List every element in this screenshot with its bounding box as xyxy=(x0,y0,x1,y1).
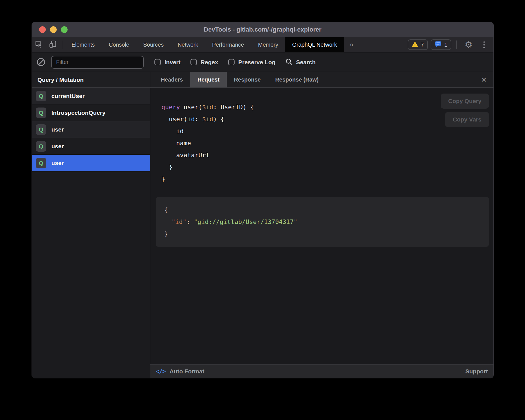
regex-label: Regex xyxy=(201,59,218,66)
query-badge-letter: Q xyxy=(39,143,43,150)
more-options-button[interactable] xyxy=(478,41,490,48)
code-token: "id" xyxy=(172,218,187,225)
code-token: query xyxy=(161,104,180,111)
code-token: : xyxy=(186,218,194,225)
code-line: } xyxy=(161,173,493,185)
code-line: id xyxy=(161,125,493,137)
copy-vars-button[interactable]: Copy Vars xyxy=(445,112,489,127)
query-list-item-user-4[interactable]: Quser xyxy=(32,155,150,171)
detail-tab-request[interactable]: Request xyxy=(190,72,227,87)
device-toolbar-icon xyxy=(49,40,57,49)
query-list-header: Query / Mutation xyxy=(32,72,150,88)
code-token: ) { xyxy=(213,116,224,123)
code-token: user( xyxy=(161,116,187,123)
preserve-log-checkbox-icon xyxy=(228,59,235,65)
message-count: 1 xyxy=(444,42,447,48)
detail-tab-response[interactable]: Response xyxy=(227,72,268,87)
query-type-badge: Q xyxy=(36,91,46,101)
devtools-tab-sources[interactable]: Sources xyxy=(136,37,171,52)
warnings-badge[interactable]: 7 xyxy=(408,39,428,50)
warning-count: 7 xyxy=(421,42,424,48)
devtools-tab-memory[interactable]: Memory xyxy=(251,37,285,52)
close-detail-button[interactable]: ✕ xyxy=(474,72,493,87)
code-token: { xyxy=(164,206,168,213)
checkbox-invert[interactable]: Invert xyxy=(154,59,180,66)
code-line: "id": "gid://gitlab/User/13704317" xyxy=(164,216,481,228)
inspect-element-button[interactable] xyxy=(32,37,46,52)
query-badge-letter: Q xyxy=(39,93,43,99)
code-line: name xyxy=(161,137,493,149)
query-badge-letter: Q xyxy=(39,109,43,116)
close-icon: ✕ xyxy=(481,76,487,84)
auto-format-button[interactable]: Auto Format xyxy=(170,368,204,375)
settings-button[interactable]: ⚙ xyxy=(462,40,476,49)
devtools-tab-performance[interactable]: Performance xyxy=(205,37,251,52)
query-item-label: user xyxy=(51,160,64,166)
detail-tab-bar: HeadersRequestResponseResponse (Raw) ✕ xyxy=(150,72,493,88)
query-badge-letter: Q xyxy=(39,126,43,133)
device-toolbar-button[interactable] xyxy=(46,37,60,52)
screen: DevTools - gitlab.com/-/graphql-explorer xyxy=(0,0,525,420)
request-detail-panel: HeadersRequestResponseResponse (Raw) ✕ q… xyxy=(150,72,493,378)
toolbar-right-group: 7 1 ⚙ xyxy=(408,37,493,52)
query-list-panel: Query / Mutation QcurrentUserQIntrospect… xyxy=(32,72,150,378)
search-icon xyxy=(285,58,293,66)
toolbar-divider xyxy=(456,40,457,49)
preserve-log-label: Preserve Log xyxy=(238,59,275,66)
code-brackets-icon: </> xyxy=(156,368,166,375)
kebab-menu-icon xyxy=(483,41,485,43)
window-title: DevTools - gitlab.com/-/graphql-explorer xyxy=(32,26,493,33)
devtools-window: DevTools - gitlab.com/-/graphql-explorer xyxy=(32,22,494,378)
filter-input[interactable] xyxy=(51,56,144,69)
support-link[interactable]: Support xyxy=(466,368,488,375)
checkbox-preserve-log[interactable]: Preserve Log xyxy=(228,59,275,66)
query-item-label: user xyxy=(51,126,64,133)
query-list-item-user-2[interactable]: Quser xyxy=(32,121,150,138)
code-token: id xyxy=(161,128,183,135)
invert-label: Invert xyxy=(164,59,180,66)
query-type-badge: Q xyxy=(36,124,46,135)
code-line: } xyxy=(161,161,493,173)
query-item-label: user xyxy=(51,143,64,150)
chevron-double-right-icon: » xyxy=(350,41,353,49)
devtools-toolbar: ElementsConsoleSourcesNetworkPerformance… xyxy=(32,37,493,52)
devtools-tab-elements[interactable]: Elements xyxy=(65,37,102,52)
detail-tab-response-raw[interactable]: Response (Raw) xyxy=(268,72,326,87)
code-token: } xyxy=(161,164,173,171)
query-list-item-user-3[interactable]: Quser xyxy=(32,138,150,155)
copy-query-button[interactable]: Copy Query xyxy=(441,94,489,109)
detail-tabs: HeadersRequestResponseResponse (Raw) xyxy=(154,72,326,87)
code-line: { xyxy=(164,204,481,216)
code-token: "gid://gitlab/User/13704317" xyxy=(194,218,297,225)
query-list-item-introspectionquery-1[interactable]: QIntrospectionQuery xyxy=(32,104,150,121)
query-type-badge: Q xyxy=(36,158,46,168)
query-item-label: currentUser xyxy=(51,93,85,99)
devtools-tab-network[interactable]: Network xyxy=(171,37,205,52)
title-bar: DevTools - gitlab.com/-/graphql-explorer xyxy=(32,22,493,37)
issues-badge[interactable]: 1 xyxy=(431,39,451,50)
query-type-badge: Q xyxy=(36,141,46,152)
search-label: Search xyxy=(296,59,316,66)
detail-tab-headers[interactable]: Headers xyxy=(154,72,190,87)
query-badge-letter: Q xyxy=(39,160,43,166)
code-line: avatarUrl xyxy=(161,149,493,161)
filter-bar: InvertRegexPreserve Log Search xyxy=(32,52,493,72)
query-list-item-currentuser-0[interactable]: QcurrentUser xyxy=(32,88,150,104)
devtools-tab-console[interactable]: Console xyxy=(102,37,136,52)
checkbox-regex[interactable]: Regex xyxy=(190,59,218,66)
devtools-tab-graphql-network[interactable]: GraphQL Network xyxy=(285,37,344,52)
code-token: } xyxy=(164,230,168,237)
invert-checkbox-icon xyxy=(154,59,161,65)
clear-block-icon[interactable] xyxy=(37,58,45,66)
toolbar-spacer xyxy=(359,37,408,52)
code-line: user(id: $id) { xyxy=(161,113,493,125)
more-tabs-button[interactable]: » xyxy=(344,37,359,52)
search-control[interactable]: Search xyxy=(285,58,316,66)
code-token: $id xyxy=(202,116,213,123)
code-token: } xyxy=(161,176,165,183)
toolbar-divider xyxy=(62,40,62,49)
query-list: QcurrentUserQIntrospectionQueryQuserQuse… xyxy=(32,88,150,378)
code-line: } xyxy=(164,228,481,240)
code-token: $id xyxy=(202,104,213,111)
regex-checkbox-icon xyxy=(190,59,197,65)
